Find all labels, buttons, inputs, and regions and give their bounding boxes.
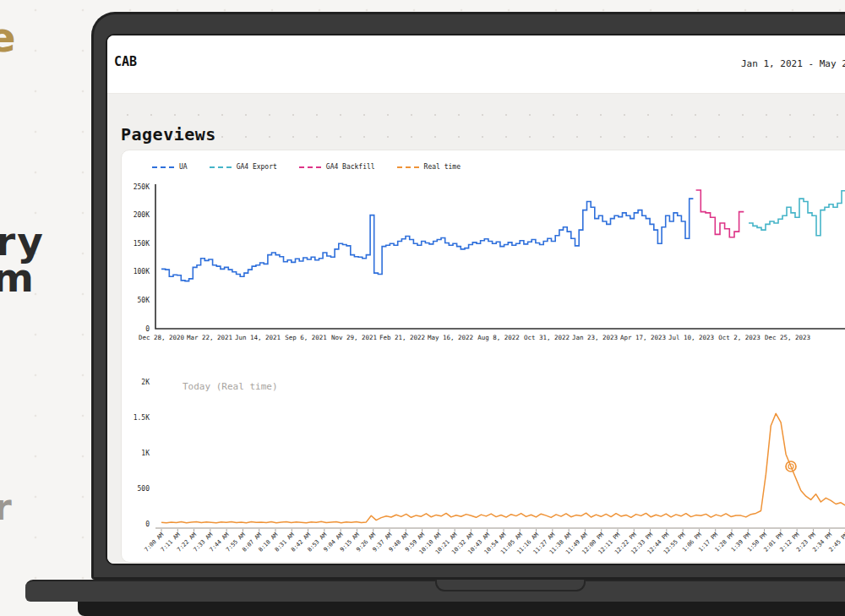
chart-subtitle: Today (Real time) <box>183 381 278 392</box>
laptop-screen: CAB Jan 1, 2021 - May 22 Pageviews UA GA… <box>106 34 845 565</box>
x-tick-label: Jun 14, 2021 <box>235 334 281 341</box>
y-tick-label: 1K <box>141 450 150 457</box>
x-tick-label: Nov 29, 2021 <box>331 334 377 341</box>
y-tick-label: 150K <box>134 240 150 248</box>
page-title: Pageviews <box>121 124 216 144</box>
y-tick-label: 250K <box>134 183 150 191</box>
x-tick-label: May 16, 2022 <box>428 334 473 341</box>
chart-legend: UA GA4 Export GA4 Backfill Real time <box>152 163 461 171</box>
laptop-screen-frame: CAB Jan 1, 2021 - May 22 Pageviews UA GA… <box>91 12 845 580</box>
background-text-fragment: e <box>0 17 16 57</box>
axis-lines <box>155 184 845 329</box>
legend-item-ga4-backfill[interactable]: GA4 Backfill <box>299 163 375 171</box>
legend-line-icon <box>152 166 174 168</box>
legend-label: GA4 Export <box>237 163 277 171</box>
legend-label: Real time <box>424 163 461 171</box>
x-tick-label: Oct 2, 2023 <box>718 334 760 341</box>
app-content: Pageviews UA GA4 Export GA4 Backfill <box>107 94 845 564</box>
x-tick-label: Dec 28, 2020 <box>139 334 185 341</box>
brand-logo[interactable]: CAB <box>114 54 137 69</box>
legend-label: UA <box>179 163 188 171</box>
series-real-time <box>161 413 845 522</box>
x-tick-label: Dec 25, 2023 <box>765 334 810 341</box>
y-tick-label: 200K <box>134 211 150 219</box>
background-text-fragment: m <box>0 258 34 297</box>
background-text-fragment: r <box>0 490 12 526</box>
series-ga4-backfill <box>696 190 744 237</box>
x-tick-label: Feb 21, 2022 <box>379 334 425 341</box>
pageviews-history-chart[interactable]: 250K200K150K100K50K0Dec 28, 2020Mar 22, … <box>122 181 845 350</box>
series-ua <box>161 199 693 281</box>
x-tick-label: Oct 31, 2022 <box>524 334 570 341</box>
series-ga4-export <box>749 191 845 236</box>
x-tick-label: Mar 22, 2021 <box>187 334 232 341</box>
legend-line-icon <box>210 166 232 168</box>
y-tick-label: 2K <box>141 379 150 386</box>
legend-item-ga4-export[interactable]: GA4 Export <box>210 163 277 171</box>
x-tick-label: Jan 23, 2023 <box>572 334 618 341</box>
chart-card: UA GA4 Export GA4 Backfill Real time <box>121 150 845 563</box>
legend-item-real-time[interactable]: Real time <box>397 163 461 171</box>
legend-item-ua[interactable]: UA <box>152 163 188 171</box>
y-tick-label: 100K <box>134 268 150 275</box>
laptop-base <box>25 580 845 602</box>
x-tick-label: Apr 17, 2023 <box>620 334 666 341</box>
legend-line-icon <box>397 166 419 168</box>
legend-line-icon <box>299 166 321 168</box>
x-tick-label: Sep 6, 2021 <box>285 334 327 341</box>
trackpad-notch <box>435 580 586 591</box>
laptop-base-edge <box>78 602 845 616</box>
y-tick-label: 0 <box>145 325 150 333</box>
x-tick-label: Aug 8, 2022 <box>477 334 520 341</box>
y-tick-label: 1.5K <box>134 414 150 422</box>
realtime-today-chart[interactable]: Today (Real time)2K1.5K1K50007:00 AM7:11… <box>122 375 845 561</box>
y-tick-label: 50K <box>138 297 150 304</box>
legend-label: GA4 Backfill <box>326 163 375 171</box>
x-tick-label: Jul 10, 2023 <box>668 334 714 341</box>
y-tick-label: 0 <box>145 521 150 528</box>
app-header: CAB Jan 1, 2021 - May 22 <box>107 35 845 94</box>
date-range[interactable]: Jan 1, 2021 - May 22 <box>741 58 845 69</box>
y-tick-label: 500 <box>138 485 150 493</box>
